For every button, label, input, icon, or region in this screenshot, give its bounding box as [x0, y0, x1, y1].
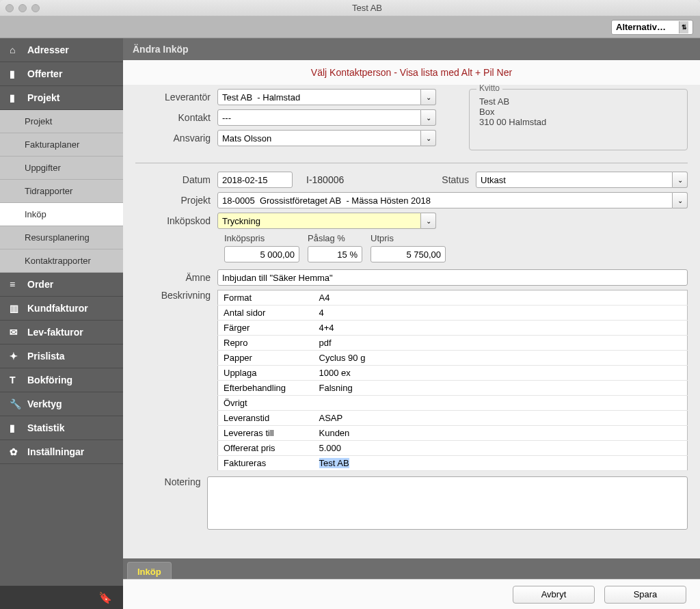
kvitto-line: Box	[479, 107, 677, 117]
amne-input[interactable]	[217, 269, 688, 286]
ansvarig-dropdown-button[interactable]: ⌄	[421, 130, 436, 146]
desc-key: Leveranstid	[218, 411, 314, 426]
chevron-down-icon: ⌄	[426, 114, 431, 122]
desc-value: Cyclus 90 g	[314, 351, 688, 366]
hint-text: Välj Kontaktperson - Visa lista med Alt …	[123, 60, 700, 85]
utpris-input[interactable]	[371, 246, 446, 262]
leverantor-dropdown-button[interactable]: ⌄	[421, 89, 436, 105]
desc-value: Kunden	[314, 426, 688, 441]
chevron-down-icon: ⌄	[426, 94, 431, 101]
chevron-down-icon: ⌄	[426, 135, 431, 142]
table-row[interactable]: PapperCyclus 90 g	[218, 351, 688, 366]
kvitto-legend: Kvitto	[476, 85, 502, 93]
sidebar-item-projekt[interactable]: ▮Projekt	[0, 86, 123, 110]
sidebar-item-adresser[interactable]: ⌂Adresser	[0, 38, 123, 62]
paslag-input[interactable]	[308, 246, 362, 262]
desc-key: Offererat pris	[218, 441, 314, 456]
sidebar-sub-fakturaplaner[interactable]: Fakturaplaner	[0, 133, 123, 157]
close-icon[interactable]	[5, 4, 14, 12]
chevron-down-icon: ⌄	[426, 217, 431, 225]
kontakt-label: Kontakt	[135, 112, 217, 123]
table-row[interactable]: Antal sidor4	[218, 306, 688, 321]
beskrivning-table[interactable]: FormatA4Antal sidor4Färger4+4RepropdfPap…	[217, 290, 688, 471]
desc-value: 4+4	[314, 321, 688, 336]
status-dropdown-button[interactable]: ⌄	[673, 172, 688, 188]
table-row[interactable]: FormatA4	[218, 290, 688, 306]
minimize-icon[interactable]	[18, 4, 27, 12]
content-header: Ändra Inköp	[123, 38, 700, 60]
sidebar-sub-resursplanering[interactable]: Resursplanering	[0, 226, 123, 249]
doc-icon: ▮	[10, 92, 21, 103]
leverantor-input[interactable]	[217, 89, 421, 105]
t-icon: T	[10, 375, 21, 385]
ansvarig-label: Ansvarig	[135, 133, 217, 144]
sidebar-sub-tidrapporter[interactable]: Tidrapporter	[0, 180, 123, 203]
desc-key: Format	[218, 290, 314, 306]
desc-key: Papper	[218, 351, 314, 366]
inkopskod-label: Inköpskod	[135, 215, 217, 226]
table-row[interactable]: Offererat pris5.000	[218, 441, 688, 456]
zoom-icon[interactable]	[31, 4, 40, 12]
sidebar-item-kundfakturor[interactable]: ▥Kundfakturor	[0, 297, 123, 321]
table-row[interactable]: LeveranstidASAP	[218, 411, 688, 426]
stats-icon: ▮	[10, 422, 21, 433]
inkopskod-dropdown-button[interactable]: ⌄	[421, 213, 436, 229]
alternativ-select[interactable]: Alternativ… ⇅	[611, 20, 693, 35]
table-row[interactable]: Övrigt	[218, 396, 688, 411]
alternativ-label: Alternativ…	[616, 22, 666, 32]
inkopskod-input[interactable]	[217, 213, 421, 229]
avbryt-button[interactable]: Avbryt	[513, 586, 595, 604]
desc-key: Faktureras	[218, 456, 314, 471]
kontakt-dropdown-button[interactable]: ⌄	[421, 109, 436, 126]
sidebar-item-levfakturor[interactable]: ✉Lev-fakturor	[0, 321, 123, 344]
bookmark-icon[interactable]: 🔖	[98, 591, 112, 604]
utpris-label: Utpris	[371, 233, 446, 243]
table-row[interactable]: Färger4+4	[218, 321, 688, 336]
sidebar-sub-inkop[interactable]: Inköp	[0, 203, 123, 226]
spara-button[interactable]: Spara	[604, 586, 686, 604]
sidebar-sub-uppgifter[interactable]: Uppgifter	[0, 157, 123, 180]
datum-label: Datum	[135, 174, 217, 185]
sidebar-footer: 🔖	[0, 586, 123, 609]
table-row[interactable]: EfterbehandlingFalsning	[218, 381, 688, 396]
amne-label: Ämne	[135, 272, 217, 283]
sidebar-sub-kontaktrapporter[interactable]: Kontaktrapporter	[0, 249, 123, 273]
status-input[interactable]	[476, 172, 673, 188]
list-icon: ≡	[10, 279, 21, 290]
titlebar: Test AB	[0, 0, 700, 16]
sidebar-item-bokforing[interactable]: TBokföring	[0, 368, 123, 392]
table-row[interactable]: FakturerasTest AB	[218, 456, 688, 471]
tag-icon: ✦	[10, 351, 21, 362]
tab-inkop[interactable]: Inköp	[127, 562, 172, 580]
sidebar-item-prislista[interactable]: ✦Prislista	[0, 344, 123, 368]
projekt-dropdown-button[interactable]: ⌄	[673, 192, 688, 208]
kontakt-input[interactable]	[217, 109, 421, 126]
desc-key: Antal sidor	[218, 306, 314, 321]
toolbar: Alternativ… ⇅	[0, 16, 700, 38]
desc-key: Levereras till	[218, 426, 314, 441]
ansvarig-input[interactable]	[217, 130, 421, 146]
table-row[interactable]: Repropdf	[218, 336, 688, 351]
desc-value: ASAP	[314, 411, 688, 426]
chevron-updown-icon: ⇅	[679, 21, 688, 33]
gear-icon: ✿	[10, 446, 21, 457]
bottom-bar: Avbryt Spara	[123, 579, 700, 609]
sidebar-item-verktyg[interactable]: 🔧Verktyg	[0, 392, 123, 416]
sidebar-item-installningar[interactable]: ✿Inställningar	[0, 440, 123, 464]
inkopspris-input[interactable]	[224, 246, 299, 262]
tabstrip: Inköp	[123, 558, 700, 579]
sidebar-sub-projekt[interactable]: Projekt	[0, 110, 123, 133]
chevron-down-icon: ⌄	[677, 176, 683, 184]
desc-value: Test AB	[314, 456, 688, 471]
projekt-label: Projekt	[135, 195, 217, 206]
home-icon: ⌂	[10, 44, 21, 55]
projekt-input[interactable]	[217, 192, 673, 208]
sidebar-item-statistik[interactable]: ▮Statistik	[0, 416, 123, 440]
table-row[interactable]: Upplaga1000 ex	[218, 366, 688, 381]
sidebar-item-order[interactable]: ≡Order	[0, 273, 123, 297]
table-row[interactable]: Levereras tillKunden	[218, 426, 688, 441]
desc-key: Färger	[218, 321, 314, 336]
datum-input[interactable]	[217, 172, 293, 188]
notering-input[interactable]	[207, 476, 688, 530]
sidebar-item-offerter[interactable]: ▮Offerter	[0, 62, 123, 86]
